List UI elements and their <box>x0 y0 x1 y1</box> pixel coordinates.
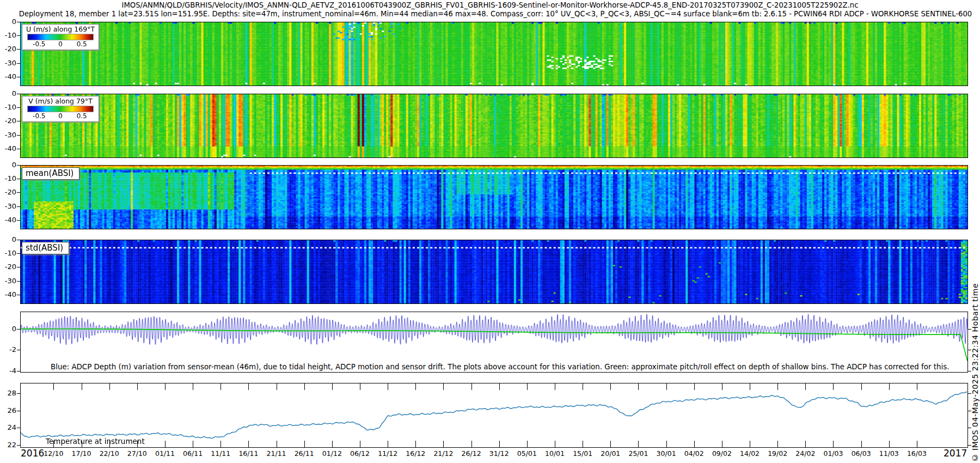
y-tick-label: -30 <box>0 131 16 139</box>
x-tick-mark <box>360 383 360 390</box>
x-tick-mark <box>861 441 862 447</box>
y-tick-label: 0 <box>0 161 16 169</box>
end-year-label: 2017 <box>944 448 967 459</box>
x-tick-mark <box>610 441 611 447</box>
x-tick-label: 26/11 <box>295 449 314 458</box>
adcp-figure: IMOS/ANMN/QLD/GBRHIS/Velocity/IMOS_ANMN-… <box>0 0 980 463</box>
figure-subtitle: Deployment 18, member 1 lat=23.51S lon=1… <box>16 10 975 18</box>
x-tick-label: 24/02 <box>795 449 815 458</box>
temperature-canvas <box>21 383 967 447</box>
x-tick-mark <box>861 383 862 390</box>
x-tick-mark <box>471 441 472 447</box>
std-absi-heatmap-canvas <box>21 240 967 303</box>
x-tick-mark <box>889 383 890 390</box>
v-colorbar-tick: 0.5 <box>77 112 87 120</box>
x-tick-mark <box>638 383 639 390</box>
y-tick-mark <box>17 371 21 371</box>
u-colorbar-tick: -0.5 <box>33 40 45 48</box>
x-tick-mark <box>277 383 277 390</box>
x-tick-mark <box>388 383 388 390</box>
u-colorbar-tick: 0 <box>58 40 63 48</box>
x-tick-mark <box>248 383 249 390</box>
u-colorbar-title: U (m/s) along 169°T <box>22 25 99 33</box>
x-tick-label: 19/02 <box>768 449 787 458</box>
x-tick-mark <box>583 441 583 447</box>
x-tick-mark <box>53 383 54 390</box>
x-tick-label: 01/12 <box>322 449 342 458</box>
x-tick-mark <box>248 441 249 447</box>
x-tick-mark <box>666 383 667 390</box>
x-tick-label: 16/11 <box>238 449 258 458</box>
x-tick-mark <box>220 383 221 390</box>
y-tick-mark <box>17 267 21 267</box>
y-tick-mark <box>17 149 21 149</box>
y-tick-label: 0 <box>0 17 16 26</box>
x-tick-mark <box>165 383 166 390</box>
y-tick-label: -40 <box>0 144 16 153</box>
y-tick-mark <box>17 350 21 350</box>
y-tick-label: -20 <box>0 188 16 196</box>
y-tick-mark <box>17 22 21 22</box>
y-tick-mark <box>17 253 21 254</box>
u-velocity-heatmap-canvas <box>21 22 967 86</box>
x-tick-label: 06/12 <box>350 449 370 458</box>
x-tick-label: 09/02 <box>712 449 732 458</box>
y-tick-label: 24 <box>0 423 16 431</box>
x-tick-mark <box>388 441 388 447</box>
x-tick-mark <box>137 383 138 390</box>
y-tick-mark <box>17 35 21 36</box>
x-tick-label: 05/01 <box>517 449 537 458</box>
figure-title: IMOS/ANMN/QLD/GBRHIS/Velocity/IMOS_ANMN-… <box>0 1 980 9</box>
x-tick-mark <box>415 441 416 447</box>
y-tick-label: 0 <box>0 235 16 243</box>
x-tick-mark <box>499 383 500 390</box>
u-colorbar-gradient <box>27 34 94 40</box>
y-tick-label: -40 <box>0 216 16 224</box>
y-tick-mark <box>17 94 21 94</box>
x-tick-mark <box>583 383 583 390</box>
x-tick-mark <box>304 441 305 447</box>
y-tick-mark-right <box>967 445 971 446</box>
y-tick-label: 26 <box>0 406 16 415</box>
x-tick-label: 15/01 <box>573 449 592 458</box>
x-tick-mark <box>917 383 917 390</box>
x-tick-mark <box>443 383 444 390</box>
x-tick-mark <box>471 383 472 390</box>
y-tick-mark <box>17 295 21 295</box>
x-tick-label: 16/03 <box>907 449 927 458</box>
x-tick-mark <box>193 441 193 447</box>
panel-u-velocity-heatmap: U (m/s) along 169°T -0.5 0 0.5 <box>20 22 968 86</box>
x-tick-label: 21/11 <box>267 449 286 458</box>
y-tick-mark <box>17 411 21 411</box>
u-colorbar-tick: 0.5 <box>77 40 87 48</box>
y-tick-mark <box>17 240 21 240</box>
x-tick-label: 25/01 <box>628 449 648 458</box>
x-tick-label: 12/10 <box>44 449 63 458</box>
y-tick-mark <box>17 445 21 446</box>
y-tick-label: 28 <box>0 389 16 397</box>
x-tick-label: 26/12 <box>462 449 481 458</box>
y-tick-mark <box>17 179 21 179</box>
y-tick-label: -40 <box>0 290 16 298</box>
x-tick-mark <box>304 383 305 390</box>
x-tick-mark <box>694 441 695 447</box>
x-tick-mark <box>610 383 611 390</box>
x-tick-mark <box>527 383 528 390</box>
x-tick-label: 14/02 <box>740 449 759 458</box>
y-tick-mark <box>17 220 21 221</box>
x-tick-mark <box>193 383 193 390</box>
x-tick-mark <box>638 441 639 447</box>
x-tick-mark <box>889 441 890 447</box>
y-tick-label: -4 <box>0 367 16 375</box>
x-tick-mark <box>332 441 333 447</box>
x-tick-label: 06/03 <box>852 449 871 458</box>
v-colorbar-tick: 0 <box>58 112 63 120</box>
v-colorbar-gradient <box>27 106 94 112</box>
imos-copyright-watermark: © IMOS 04-May-2025 23:22:34 Hobart time <box>971 283 979 462</box>
x-tick-label: 11/03 <box>879 449 899 458</box>
x-tick-mark <box>499 441 500 447</box>
y-tick-mark <box>17 428 21 428</box>
y-tick-mark-right <box>967 428 971 428</box>
x-tick-mark <box>750 383 750 390</box>
x-tick-mark <box>750 441 750 447</box>
